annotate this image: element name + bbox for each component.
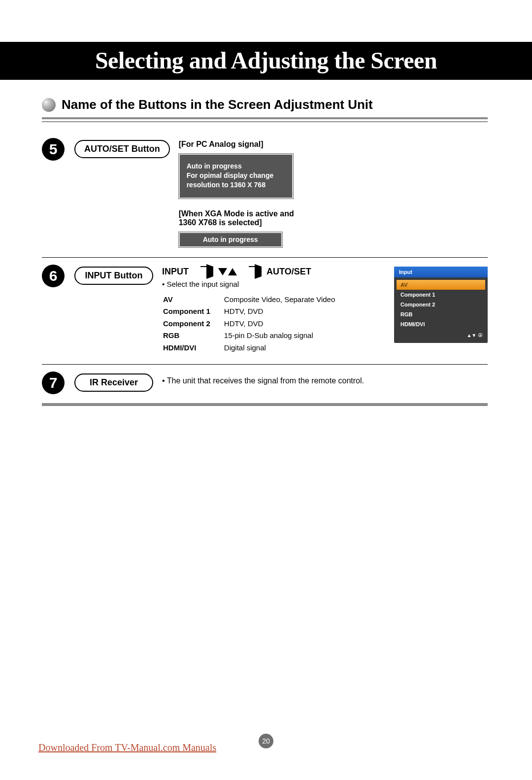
input-signal-table: AVComposite Video, Separate Video Compon… xyxy=(162,293,336,355)
item-5-row: 5 AUTO/SET Button [For PC Analog signal]… xyxy=(42,131,488,257)
osd-text: resolution to 1360 X 768 xyxy=(187,180,285,190)
osd-text: Auto in progress xyxy=(187,162,285,171)
item-7-row: 7 IR Receiver • The unit that receives t… xyxy=(42,365,488,401)
osd-input-title: Input xyxy=(394,267,488,277)
osd-input-item: AV xyxy=(397,280,485,290)
osd-input-item: Component 2 xyxy=(397,300,485,309)
page-number: 20 xyxy=(259,734,273,748)
flow-autoset-label: AUTO/SET xyxy=(266,267,311,277)
table-row: AVComposite Video, Separate Video xyxy=(163,294,335,305)
osd-nav-icons: ▲▼ ⦿ xyxy=(394,332,488,341)
arrow-right-icon xyxy=(255,264,262,279)
table-row: RGB15-pin D-Sub analog signal xyxy=(163,330,335,341)
osd-text: For opimal display change xyxy=(187,171,285,180)
footer-source-link[interactable]: Downloaded From TV-Manual.com Manuals xyxy=(38,742,216,753)
item-6-row: 6 INPUT Button INPUT AUTO/SET • Select t… xyxy=(42,258,488,365)
step-number-6: 6 xyxy=(42,265,65,287)
table-row: HDMI/DVIDigital signal xyxy=(163,342,335,354)
page-title-bar: Selecting and Adjusting the Screen xyxy=(0,42,532,80)
down-up-arrows-icon xyxy=(218,267,237,277)
section-heading: Name of the Buttons in the Screen Adjust… xyxy=(42,97,488,112)
divider-double xyxy=(42,117,488,122)
osd-auto-progress-2: Auto in progress xyxy=(179,232,282,247)
autoset-button-label: AUTO/SET Button xyxy=(74,140,170,158)
pc-analog-label: [For PC Analog signal] xyxy=(179,140,488,149)
step-number-5: 5 xyxy=(42,138,65,161)
ir-receiver-label: IR Receiver xyxy=(74,373,153,392)
xga-mode-label: [When XGA Mode is active and xyxy=(179,209,488,218)
osd-input-item: HDMI/DVI xyxy=(397,319,485,329)
divider-thick xyxy=(42,403,488,406)
input-flow: INPUT AUTO/SET xyxy=(162,267,336,277)
table-row: Component 1HDTV, DVD xyxy=(163,306,335,317)
table-row: Component 2HDTV, DVD xyxy=(163,318,335,330)
osd-input-item: RGB xyxy=(397,309,485,319)
step-number-7: 7 xyxy=(42,372,65,394)
select-input-bullet: • Select the input signal xyxy=(162,280,336,288)
xga-mode-label-2: 1360 X768 is selected] xyxy=(179,218,488,227)
section-heading-text: Name of the Buttons in the Screen Adjust… xyxy=(62,97,373,112)
flow-input-label: INPUT xyxy=(162,267,189,277)
osd-auto-progress-1: Auto in progress For opimal display chan… xyxy=(179,154,293,199)
osd-input-item: Component 1 xyxy=(397,290,485,300)
ir-receiver-text: • The unit that receives the signal from… xyxy=(162,376,364,385)
osd-input-menu: Input AV Component 1 Component 2 RGB HDM… xyxy=(394,267,488,343)
arrow-right-icon xyxy=(206,264,213,279)
bullet-sphere-icon xyxy=(42,98,56,112)
input-button-label: INPUT Button xyxy=(74,267,153,285)
